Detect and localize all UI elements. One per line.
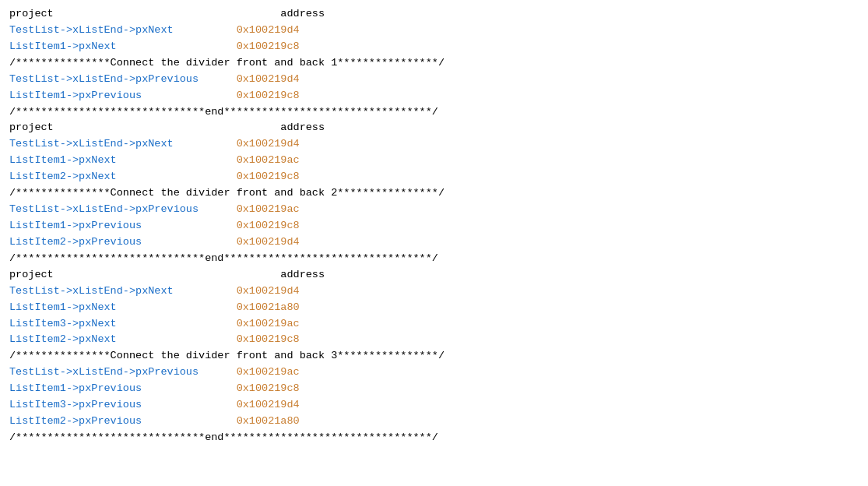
code-address: 0x100219d4 [142,399,300,410]
code-text: project [9,8,54,19]
code-line: ListItem1->pxNext 0x100219ac [9,153,859,169]
code-address: 0x100219ac [199,203,300,215]
code-identifier: ListItem1->pxNext [9,301,117,313]
code-line: ListItem2->pxPrevious 0x10021a80 [9,414,859,430]
code-address: 0x100219c8 [117,40,300,52]
code-text: /***************Connect the divider fron… [9,57,445,69]
code-text: address [54,269,325,280]
code-address: 0x100219d4 [174,138,300,150]
code-text: project [9,269,54,280]
code-line: project address [9,6,859,23]
code-identifier: ListItem2->pxPrevious [9,415,142,427]
code-identifier: TestList->xListEnd->pxNext [9,24,174,36]
code-line: ListItem2->pxNext 0x100219c8 [9,169,859,185]
code-output: project addressTestList->xListEnd->pxNex… [9,6,859,446]
code-line: ListItem2->pxNext 0x100219c8 [9,332,859,348]
code-address: 0x100219d4 [174,285,300,297]
code-identifier: TestList->xListEnd->pxNext [9,285,174,297]
code-line: ListItem1->pxPrevious 0x100219c8 [9,88,859,104]
code-address: 0x100219d4 [199,73,300,85]
code-text: /***************Connect the divider fron… [9,350,445,361]
code-address: 0x100219d4 [142,236,300,248]
code-identifier: ListItem3->pxPrevious [9,399,142,410]
code-address: 0x10021a80 [117,301,300,313]
code-line: ListItem1->pxNext 0x100219c8 [9,39,859,55]
code-line: ListItem3->pxPrevious 0x100219d4 [9,397,859,414]
code-text: /***************Connect the divider fron… [9,187,445,199]
code-line: ListItem1->pxPrevious 0x100219c8 [9,381,859,397]
code-address: 0x100219ac [117,318,300,329]
code-line: /***************Connect the divider fron… [9,55,859,72]
code-text: address [54,8,325,19]
code-identifier: TestList->xListEnd->pxPrevious [9,203,199,215]
code-line: TestList->xListEnd->pxNext 0x100219d4 [9,23,859,39]
code-line: /***************Connect the divider fron… [9,185,859,202]
code-line: project address [9,267,859,284]
code-text: /******************************end******… [9,106,438,118]
code-identifier: TestList->xListEnd->pxPrevious [9,366,199,378]
code-text: /******************************end******… [9,431,438,443]
code-identifier: ListItem2->pxNext [9,333,117,345]
code-text: address [54,122,325,133]
code-line: ListItem2->pxPrevious 0x100219d4 [9,234,859,251]
code-line: ListItem3->pxNext 0x100219ac [9,316,859,333]
code-identifier: ListItem3->pxNext [9,318,117,329]
code-identifier: ListItem2->pxPrevious [9,236,142,248]
code-line: /******************************end******… [9,104,859,121]
code-line: ListItem1->pxNext 0x10021a80 [9,300,859,316]
code-identifier: ListItem1->pxNext [9,40,117,52]
code-address: 0x100219c8 [142,90,300,101]
code-line: TestList->xListEnd->pxNext 0x100219d4 [9,284,859,300]
code-identifier: TestList->xListEnd->pxPrevious [9,73,199,85]
code-identifier: ListItem1->pxPrevious [9,90,142,101]
code-address: 0x10021a80 [142,415,300,427]
code-identifier: ListItem1->pxPrevious [9,220,142,231]
code-line: ListItem1->pxPrevious 0x100219c8 [9,218,859,234]
code-address: 0x100219c8 [117,333,300,345]
code-line: TestList->xListEnd->pxNext 0x100219d4 [9,136,859,153]
code-address: 0x100219c8 [142,382,300,394]
code-line: TestList->xListEnd->pxPrevious 0x100219a… [9,202,859,218]
code-line: TestList->xListEnd->pxPrevious 0x100219a… [9,364,859,381]
code-line: /***************Connect the divider fron… [9,348,859,364]
code-line: TestList->xListEnd->pxPrevious 0x100219d… [9,72,859,88]
code-address: 0x100219d4 [174,24,300,36]
code-line: /******************************end******… [9,251,859,267]
code-line: project address [9,120,859,136]
code-address: 0x100219c8 [117,171,300,182]
code-identifier: ListItem1->pxPrevious [9,382,142,394]
code-address: 0x100219ac [117,154,300,166]
code-identifier: TestList->xListEnd->pxNext [9,138,174,150]
code-text: /******************************end******… [9,252,438,264]
code-identifier: ListItem2->pxNext [9,171,117,182]
code-line: /******************************end******… [9,430,859,446]
code-address: 0x100219ac [199,366,300,378]
code-text: project [9,122,54,133]
code-identifier: ListItem1->pxNext [9,154,117,166]
code-address: 0x100219c8 [142,220,300,231]
